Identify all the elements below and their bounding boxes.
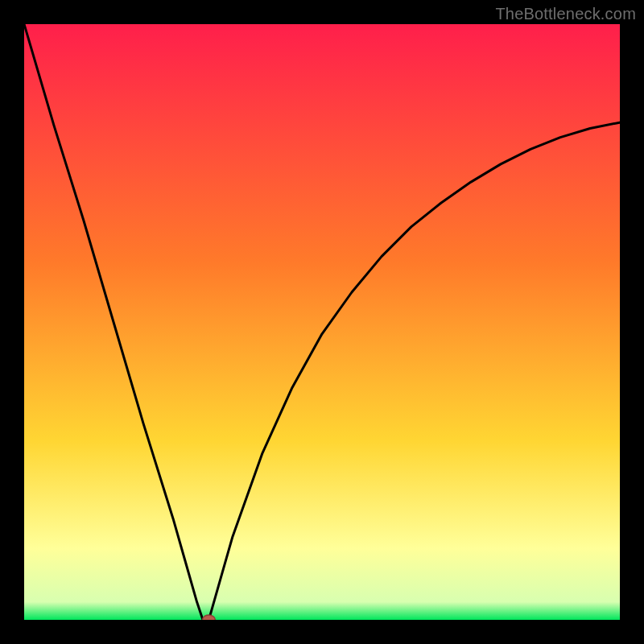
plot-area (24, 24, 620, 620)
optimum-marker (202, 615, 215, 620)
outer-frame: TheBottleneck.com (0, 0, 644, 644)
chart-svg (24, 24, 620, 620)
watermark-label: TheBottleneck.com (495, 5, 636, 23)
